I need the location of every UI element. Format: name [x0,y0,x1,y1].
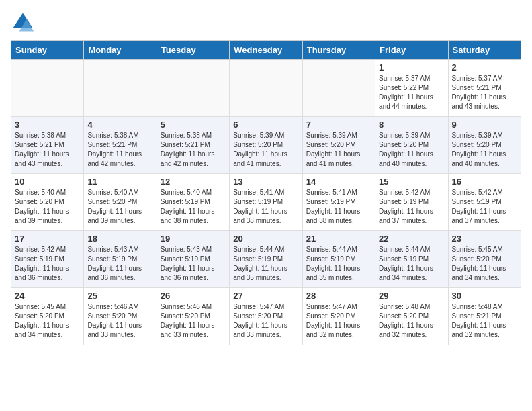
calendar-cell: 12Sunrise: 5:40 AM Sunset: 5:19 PM Dayli… [157,174,229,231]
day-info: Sunrise: 5:47 AM Sunset: 5:20 PM Dayligh… [306,302,371,340]
day-info: Sunrise: 5:44 AM Sunset: 5:19 PM Dayligh… [233,245,298,283]
calendar-week-row: 24Sunrise: 5:45 AM Sunset: 5:20 PM Dayli… [11,288,521,345]
day-number: 18 [87,234,152,244]
calendar-cell: 4Sunrise: 5:38 AM Sunset: 5:21 PM Daylig… [84,117,157,174]
day-info: Sunrise: 5:46 AM Sunset: 5:20 PM Dayligh… [161,302,226,340]
calendar-cell: 30Sunrise: 5:48 AM Sunset: 5:21 PM Dayli… [448,288,521,345]
logo [11,11,38,35]
logo-icon [11,11,35,35]
calendar-cell: 5Sunrise: 5:38 AM Sunset: 5:21 PM Daylig… [157,117,229,174]
day-info: Sunrise: 5:43 AM Sunset: 5:19 PM Dayligh… [87,245,152,283]
day-number: 16 [452,177,517,187]
day-number: 25 [87,291,152,301]
day-info: Sunrise: 5:43 AM Sunset: 5:19 PM Dayligh… [161,245,226,283]
day-number: 23 [452,234,517,244]
calendar-cell: 19Sunrise: 5:43 AM Sunset: 5:19 PM Dayli… [157,231,229,288]
day-number: 19 [161,234,226,244]
day-info: Sunrise: 5:39 AM Sunset: 5:20 PM Dayligh… [379,131,444,169]
day-info: Sunrise: 5:37 AM Sunset: 5:22 PM Dayligh… [379,74,444,111]
calendar-cell [302,60,375,117]
day-info: Sunrise: 5:38 AM Sunset: 5:21 PM Dayligh… [15,131,80,169]
calendar-cell: 26Sunrise: 5:46 AM Sunset: 5:20 PM Dayli… [157,288,229,345]
calendar-cell: 21Sunrise: 5:44 AM Sunset: 5:19 PM Dayli… [302,231,375,288]
calendar-cell: 22Sunrise: 5:44 AM Sunset: 5:19 PM Dayli… [375,231,448,288]
calendar-cell: 3Sunrise: 5:38 AM Sunset: 5:21 PM Daylig… [11,117,84,174]
weekday-header-wednesday: Wednesday [230,41,302,60]
day-number: 28 [306,291,371,301]
day-info: Sunrise: 5:44 AM Sunset: 5:19 PM Dayligh… [379,245,444,283]
day-info: Sunrise: 5:44 AM Sunset: 5:19 PM Dayligh… [306,245,371,283]
calendar-cell: 6Sunrise: 5:39 AM Sunset: 5:20 PM Daylig… [230,117,302,174]
page-header [11,11,521,35]
day-number: 3 [15,120,80,130]
calendar-cell: 7Sunrise: 5:39 AM Sunset: 5:20 PM Daylig… [302,117,375,174]
day-number: 20 [233,234,298,244]
day-info: Sunrise: 5:39 AM Sunset: 5:20 PM Dayligh… [452,131,517,169]
day-number: 12 [161,177,226,187]
day-number: 24 [15,291,80,301]
day-number: 22 [379,234,444,244]
calendar-week-row: 17Sunrise: 5:42 AM Sunset: 5:19 PM Dayli… [11,231,521,288]
day-number: 21 [306,234,371,244]
calendar-cell [230,60,302,117]
calendar-cell: 14Sunrise: 5:41 AM Sunset: 5:19 PM Dayli… [302,174,375,231]
calendar-week-row: 3Sunrise: 5:38 AM Sunset: 5:21 PM Daylig… [11,117,521,174]
day-number: 14 [306,177,371,187]
calendar-cell: 20Sunrise: 5:44 AM Sunset: 5:19 PM Dayli… [230,231,302,288]
day-number: 9 [452,120,517,130]
day-number: 6 [233,120,298,130]
day-number: 29 [379,291,444,301]
day-info: Sunrise: 5:45 AM Sunset: 5:20 PM Dayligh… [15,302,80,340]
day-info: Sunrise: 5:45 AM Sunset: 5:20 PM Dayligh… [452,245,517,283]
day-number: 30 [452,291,517,301]
day-info: Sunrise: 5:41 AM Sunset: 5:19 PM Dayligh… [306,188,371,226]
day-info: Sunrise: 5:42 AM Sunset: 5:19 PM Dayligh… [452,188,517,226]
day-number: 2 [452,62,517,73]
calendar-cell: 13Sunrise: 5:41 AM Sunset: 5:19 PM Dayli… [230,174,302,231]
calendar-cell [157,60,229,117]
day-info: Sunrise: 5:47 AM Sunset: 5:20 PM Dayligh… [233,302,298,340]
weekday-header-sunday: Sunday [11,41,84,60]
day-info: Sunrise: 5:39 AM Sunset: 5:20 PM Dayligh… [306,131,371,169]
calendar-cell: 15Sunrise: 5:42 AM Sunset: 5:19 PM Dayli… [375,174,448,231]
day-info: Sunrise: 5:38 AM Sunset: 5:21 PM Dayligh… [87,131,152,169]
day-number: 7 [306,120,371,130]
day-info: Sunrise: 5:42 AM Sunset: 5:19 PM Dayligh… [15,245,80,283]
day-info: Sunrise: 5:37 AM Sunset: 5:21 PM Dayligh… [452,74,517,111]
day-number: 15 [379,177,444,187]
calendar-cell: 29Sunrise: 5:48 AM Sunset: 5:20 PM Dayli… [375,288,448,345]
calendar-cell: 25Sunrise: 5:46 AM Sunset: 5:20 PM Dayli… [84,288,157,345]
calendar-week-row: 10Sunrise: 5:40 AM Sunset: 5:20 PM Dayli… [11,174,521,231]
calendar-cell [11,60,84,117]
calendar-cell: 16Sunrise: 5:42 AM Sunset: 5:19 PM Dayli… [448,174,521,231]
day-number: 10 [15,177,80,187]
calendar-cell: 9Sunrise: 5:39 AM Sunset: 5:20 PM Daylig… [448,117,521,174]
day-number: 27 [233,291,298,301]
day-info: Sunrise: 5:42 AM Sunset: 5:19 PM Dayligh… [379,188,444,226]
day-number: 5 [161,120,226,130]
day-info: Sunrise: 5:38 AM Sunset: 5:21 PM Dayligh… [161,131,226,169]
day-info: Sunrise: 5:40 AM Sunset: 5:19 PM Dayligh… [161,188,226,226]
day-number: 26 [161,291,226,301]
day-number: 4 [87,120,152,130]
calendar-cell: 10Sunrise: 5:40 AM Sunset: 5:20 PM Dayli… [11,174,84,231]
calendar-cell: 1Sunrise: 5:37 AM Sunset: 5:22 PM Daylig… [375,60,448,117]
calendar-week-row: 1Sunrise: 5:37 AM Sunset: 5:22 PM Daylig… [11,60,521,117]
weekday-header-row: SundayMondayTuesdayWednesdayThursdayFrid… [11,41,521,60]
day-info: Sunrise: 5:48 AM Sunset: 5:21 PM Dayligh… [452,302,517,340]
weekday-header-saturday: Saturday [448,41,521,60]
calendar-cell: 18Sunrise: 5:43 AM Sunset: 5:19 PM Dayli… [84,231,157,288]
day-number: 11 [87,177,152,187]
calendar-cell: 17Sunrise: 5:42 AM Sunset: 5:19 PM Dayli… [11,231,84,288]
calendar-table: SundayMondayTuesdayWednesdayThursdayFrid… [11,40,521,345]
calendar-cell: 11Sunrise: 5:40 AM Sunset: 5:20 PM Dayli… [84,174,157,231]
weekday-header-monday: Monday [84,41,157,60]
day-info: Sunrise: 5:40 AM Sunset: 5:20 PM Dayligh… [15,188,80,226]
calendar-cell: 2Sunrise: 5:37 AM Sunset: 5:21 PM Daylig… [448,60,521,117]
day-info: Sunrise: 5:40 AM Sunset: 5:20 PM Dayligh… [87,188,152,226]
day-info: Sunrise: 5:39 AM Sunset: 5:20 PM Dayligh… [233,131,298,169]
day-number: 8 [379,120,444,130]
day-info: Sunrise: 5:46 AM Sunset: 5:20 PM Dayligh… [87,302,152,340]
day-number: 1 [379,62,444,73]
day-number: 13 [233,177,298,187]
